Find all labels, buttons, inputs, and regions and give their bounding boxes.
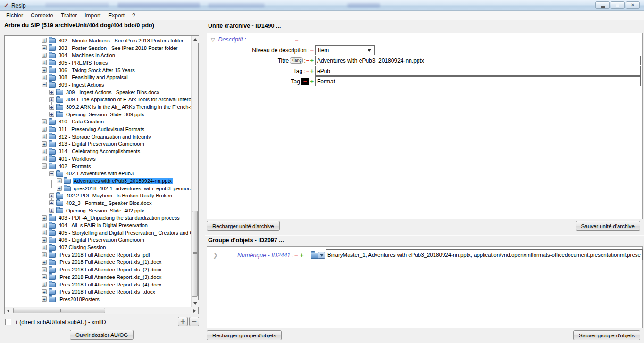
tree-item-label[interactable]: Opening_Session_Slide_309.pptx — [65, 112, 145, 117]
remove-section-button[interactable]: − — [295, 37, 299, 43]
tree-item-label[interactable]: 402.1 Adventures with ePub3_ — [65, 171, 137, 176]
tree-item-label[interactable]: iPres2018Posters — [58, 296, 100, 302]
tree-toggle-icon[interactable]: + — [42, 274, 47, 279]
tree-toggle-icon[interactable]: + — [42, 127, 47, 132]
tree-toggle-icon[interactable]: + — [42, 260, 47, 265]
tree-item-label[interactable]: iPres 2018 Full Attendee Report.xls_.doc… — [58, 289, 156, 294]
tree-item-label[interactable]: iPres 2018 Full Attendee Report.xls_(1).… — [58, 259, 162, 265]
tree-item-label[interactable]: 305 - PREMIS Topics — [58, 60, 109, 65]
tree-item-label[interactable]: 309.2 ARK is in the Air_ ARKs Trending i… — [65, 104, 192, 110]
tree-item-label[interactable]: 407 Closing Session — [58, 245, 107, 250]
menu-item[interactable]: Traiter — [57, 11, 81, 20]
remove-field-button[interactable]: − — [306, 57, 310, 64]
scroll-left-button[interactable] — [5, 307, 12, 314]
tree-toggle-icon[interactable]: + — [42, 53, 47, 58]
restore-button[interactable] — [611, 1, 625, 9]
tag1-input[interactable] — [315, 66, 641, 76]
open-au-og-folder-button[interactable]: Ouvrir dossier AU/OG — [70, 330, 134, 340]
sip-tree-view[interactable]: + 302 - Minute Madness - See iPres 2018 … — [5, 36, 192, 307]
tree-toggle-icon[interactable]: + — [42, 252, 47, 257]
tree-item-label[interactable]: 306 - Taking Stock After 15 Years — [58, 67, 136, 73]
tree-row[interactable]: + 312 - Storage Organization and Integri… — [5, 133, 192, 140]
menu-item[interactable]: Fichier — [2, 11, 27, 20]
tree-row[interactable]: + Opening_Session_Slide_309.pptx — [5, 111, 192, 118]
tree-toggle-icon[interactable]: + — [42, 156, 47, 161]
tree-row[interactable]: + 308 - Feasibility and Appraisal — [5, 74, 192, 81]
tree-toggle-icon[interactable]: + — [42, 119, 47, 124]
import-object-file-icon[interactable] — [318, 252, 325, 259]
tree-item-label[interactable]: 402.2 PDF Mayhem_ Is Broken Really Broke… — [65, 193, 176, 198]
tree-toggle-icon[interactable]: + — [42, 45, 47, 50]
tree-item-label[interactable]: iPres 2018 Full Attendee Report.xls_(4).… — [58, 282, 162, 287]
minimize-button[interactable] — [595, 1, 610, 9]
tree-item-label[interactable]: Adventures with ePub3_20180924-nn.pptx — [73, 178, 173, 184]
tree-vertical-scrollbar[interactable] — [191, 36, 198, 307]
tree-row[interactable]: + iPres 2018 Full Attendee Report.xls .p… — [5, 251, 192, 259]
tree-toggle-icon[interactable]: − — [42, 82, 47, 87]
tree-row[interactable]: + 309.2 ARK is in the Air_ ARKs Trending… — [5, 103, 192, 111]
remove-field-button-focused[interactable]: − — [301, 78, 309, 85]
titre-input[interactable] — [315, 56, 641, 65]
tree-row[interactable]: + 302 - Minute Madness - See iPres 2018 … — [5, 37, 192, 44]
remove-field-button[interactable]: − — [306, 68, 310, 74]
tree-toggle-icon[interactable]: + — [42, 75, 47, 80]
tree-horizontal-scrollbar[interactable] — [5, 307, 198, 314]
tag2-input[interactable] — [315, 76, 641, 86]
menu-item[interactable]: ? — [128, 11, 139, 20]
tree-item-label[interactable]: iPres 2018 Full Attendee Report.xls .pdf — [58, 252, 151, 258]
tree-item-label[interactable]: 313 - Digital Preservation Gameroom — [58, 141, 145, 147]
tree-row[interactable]: + iPres 2018 Full Attendee Report.xls_(4… — [5, 281, 192, 288]
expand-all-button[interactable]: + — [178, 317, 188, 326]
tree-item-label[interactable]: iPres 2018 Full Attendee Report.xls_(2).… — [58, 267, 162, 272]
tree-item-label[interactable]: 401 - Workflows — [58, 156, 97, 162]
tree-row[interactable]: + iPres 2018 Full Attendee Report.xls_(3… — [5, 273, 192, 281]
tree-toggle-icon[interactable]: + — [42, 134, 47, 139]
tree-row[interactable]: + 404 - All_s FAIR in Digital Preservati… — [5, 221, 192, 229]
chevron-right-icon[interactable]: ❯ — [213, 252, 218, 259]
tree-toggle-icon[interactable]: + — [42, 149, 47, 154]
tree-toggle-icon[interactable]: + — [42, 230, 47, 235]
tree-row[interactable]: + 402.2 PDF Mayhem_ Is Broken Really Bro… — [5, 192, 192, 199]
scroll-down-button[interactable] — [192, 300, 199, 307]
tree-item-label[interactable]: Opening_Session_Slide_402.pptx — [65, 208, 145, 213]
tree-row[interactable]: + Opening_Session_Slide_402.pptx — [5, 207, 192, 214]
tree-toggle-icon[interactable]: + — [42, 141, 47, 147]
tree-row[interactable]: + 304 - Machines in Action — [5, 51, 192, 59]
tree-toggle-icon[interactable]: + — [42, 67, 47, 73]
tree-item-label[interactable]: 314 - Celebrating Accomplishments — [58, 148, 141, 154]
add-lang-button[interactable]: +lang — [290, 57, 303, 64]
titlebar[interactable]: ✓ Resip ✕ — [0, 0, 644, 11]
tree-row[interactable]: + 306 - Taking Stock After 15 Years — [5, 66, 192, 74]
tree-row[interactable]: − 402 - Formats — [5, 163, 192, 170]
menu-item[interactable]: Contexte — [27, 11, 57, 20]
tree-row[interactable]: + 314 - Celebrating Accomplishments — [5, 147, 192, 155]
scroll-up-button[interactable] — [192, 36, 199, 43]
tree-toggle-icon[interactable]: + — [42, 38, 47, 43]
add-field-button[interactable]: + — [310, 57, 314, 64]
xmlid-checkbox[interactable] — [5, 319, 11, 325]
tree-row[interactable]: + 402_3 - Formats_ Speaker Bios.docx — [5, 199, 192, 207]
tree-item-label[interactable]: 309 - Ingest Actions — [58, 82, 105, 88]
tree-item-label[interactable]: 312 - Storage Organization and Integrity — [58, 134, 152, 139]
tree-row[interactable]: + iPres 2018 Full Attendee Report.xls_(1… — [5, 259, 192, 266]
tree-item-label[interactable]: iPres 2018 Full Attendee Report.xls_(3).… — [58, 274, 162, 280]
tree-toggle-icon[interactable]: + — [49, 208, 54, 213]
tree-row[interactable]: + ipres2018_402-1_adventures_with_epub3_… — [5, 185, 192, 192]
tree-row[interactable]: + 403 - PDF-A_Unpacking the standardizat… — [5, 214, 192, 222]
tree-item-label[interactable]: 310 - Data Curation — [58, 119, 105, 124]
tree-item-label[interactable]: 311 - Preserving Audiovisual Formats — [58, 126, 145, 132]
add-field-button[interactable]: + — [310, 68, 314, 74]
tree-row[interactable]: − 402.1 Adventures with ePub3_ — [5, 170, 192, 177]
menu-item[interactable]: Import — [81, 11, 104, 20]
save-object-group-button[interactable]: Sauver groupe d'objets — [573, 330, 640, 340]
tree-row[interactable]: + Adventures with ePub3_20180924-nn.pptx — [5, 177, 192, 185]
tree-item-label[interactable]: 403 - PDF-A_Unpacking the standardizatio… — [58, 215, 181, 220]
section-more-button[interactable]: ... — [306, 36, 311, 43]
save-archive-unit-button[interactable]: Sauver unité d'archive — [576, 221, 640, 231]
add-object-button[interactable]: + — [300, 252, 304, 258]
remove-object-button[interactable]: − — [294, 252, 298, 258]
tree-toggle-icon[interactable]: + — [42, 245, 47, 250]
tree-item-label[interactable]: 309.1 The Application of E-Ark Tools for… — [65, 97, 192, 102]
tree-row[interactable]: + 309 - Ingest Actions_ Speaker Bios.doc… — [5, 89, 192, 96]
reload-archive-unit-button[interactable]: Recharger unité d'archive — [207, 221, 280, 231]
